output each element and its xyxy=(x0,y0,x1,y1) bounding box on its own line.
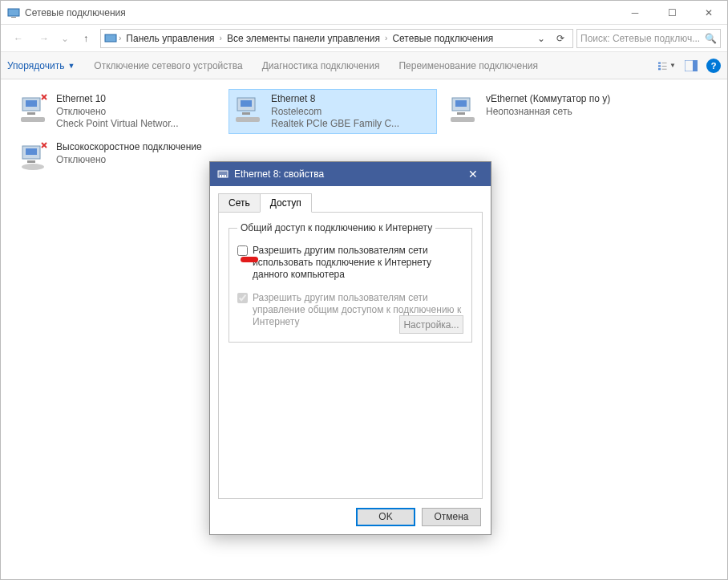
network-adapter-icon xyxy=(233,93,265,125)
diagnose-button[interactable]: Диагностика подключения xyxy=(262,60,380,71)
svg-rect-3 xyxy=(658,62,661,63)
svg-rect-34 xyxy=(224,175,226,177)
organize-menu[interactable]: Упорядочить▼ xyxy=(7,60,75,71)
rename-button[interactable]: Переименование подключения xyxy=(398,60,538,71)
svg-rect-1 xyxy=(11,17,16,18)
svg-rect-19 xyxy=(242,112,250,115)
allow-sharing-checkbox[interactable] xyxy=(237,245,248,256)
ethernet-icon xyxy=(216,168,229,180)
view-options-icon[interactable]: ▼ xyxy=(658,57,676,75)
dialog-title: Ethernet 8: свойства xyxy=(234,168,462,180)
network-adapter-icon xyxy=(18,141,50,173)
connection-device: Realtek PCIe GBE Family C... xyxy=(271,118,399,131)
connection-name: Высокоскоростное подключение xyxy=(56,141,202,154)
connection-item[interactable]: Высокоскоростное подключение Отключено xyxy=(14,137,222,182)
nav-back-icon[interactable]: ← xyxy=(7,27,30,50)
tab-panel-sharing: Общий доступ к подключению к Интернету Р… xyxy=(218,212,483,499)
search-placeholder: Поиск: Сетевые подключ... xyxy=(580,33,705,44)
svg-rect-20 xyxy=(236,117,260,122)
ics-group-title: Общий доступ к подключению к Интернету xyxy=(237,222,435,233)
chevron-right-icon[interactable]: › xyxy=(220,34,222,43)
chevron-right-icon[interactable]: › xyxy=(385,34,387,43)
connection-name: Ethernet 10 xyxy=(56,93,179,106)
svg-rect-32 xyxy=(220,175,221,177)
minimize-button[interactable]: ─ xyxy=(617,1,653,25)
connection-status: Отключено xyxy=(56,106,179,119)
svg-rect-0 xyxy=(8,9,19,16)
help-icon[interactable]: ? xyxy=(706,59,721,73)
connection-item[interactable]: Ethernet 10 Отключено Check Point Virtua… xyxy=(14,89,222,134)
nav-forward-icon: → xyxy=(33,27,55,50)
connection-status: Отключено xyxy=(56,154,202,167)
allow-sharing-checkbox-row: Разрешить другим пользователям сети испо… xyxy=(237,245,463,281)
network-adapter-icon xyxy=(447,93,479,125)
chevron-down-icon: ▼ xyxy=(669,62,676,69)
svg-rect-22 xyxy=(455,100,467,107)
navbar: ← → ⌄ ↑ › Панель управления › Все элемен… xyxy=(1,25,727,52)
nav-up-icon[interactable]: ↑ xyxy=(75,27,97,50)
breadcrumb-item[interactable]: Сетевые подключения xyxy=(389,31,496,46)
tab-strip: Сеть Доступ xyxy=(218,193,483,213)
connection-name: Ethernet 8 xyxy=(271,93,399,106)
connection-device: Check Point Virtual Networ... xyxy=(56,118,179,131)
dialog-close-button[interactable]: ✕ xyxy=(462,163,484,185)
toolbar: Упорядочить▼ Отключение сетевого устройс… xyxy=(1,52,727,79)
network-adapter-icon xyxy=(18,93,50,125)
connection-item[interactable]: vEthernet (Коммутатор по у) Неопознанная… xyxy=(443,89,652,134)
maximize-button[interactable]: ☐ xyxy=(653,1,690,25)
chevron-down-icon: ▼ xyxy=(67,62,75,70)
titlebar: Сетевые подключения ─ ☐ ✕ xyxy=(1,1,727,25)
breadcrumb-item[interactable]: Все элементы панели управления xyxy=(224,31,383,46)
cancel-button[interactable]: Отмена xyxy=(422,508,481,526)
search-input[interactable]: Поиск: Сетевые подключ... 🔍 xyxy=(576,29,721,48)
allow-control-checkbox xyxy=(237,293,248,303)
dialog-footer: OK Отмена xyxy=(210,499,491,534)
chevron-right-icon[interactable]: › xyxy=(119,34,121,43)
breadcrumb-item[interactable]: Панель управления xyxy=(123,31,217,46)
connection-name: vEthernet (Коммутатор по у) xyxy=(486,93,610,106)
close-button[interactable]: ✕ xyxy=(690,1,727,25)
svg-rect-10 xyxy=(693,60,698,71)
svg-rect-4 xyxy=(658,65,661,67)
svg-rect-8 xyxy=(662,68,667,69)
tab-network[interactable]: Сеть xyxy=(218,193,261,213)
svg-rect-13 xyxy=(27,112,35,115)
svg-rect-18 xyxy=(241,100,252,107)
svg-rect-33 xyxy=(222,175,224,177)
disable-device-button[interactable]: Отключение сетевого устройства xyxy=(94,60,242,71)
dropdown-icon[interactable]: ⌄ xyxy=(532,30,550,47)
svg-rect-27 xyxy=(27,160,35,163)
location-icon xyxy=(104,32,117,45)
tab-sharing[interactable]: Доступ xyxy=(260,193,312,213)
ics-group: Общий доступ к подключению к Интернету Р… xyxy=(229,222,472,343)
svg-rect-26 xyxy=(26,148,37,155)
settings-button: Настройка... xyxy=(399,315,463,334)
address-bar[interactable]: › Панель управления › Все элементы панел… xyxy=(100,29,573,48)
svg-rect-14 xyxy=(21,117,45,122)
connection-item[interactable]: Ethernet 8 Rostelecom Realtek PCIe GBE F… xyxy=(229,89,437,134)
svg-rect-12 xyxy=(26,100,37,107)
properties-dialog: Ethernet 8: свойства ✕ Сеть Доступ Общий… xyxy=(209,161,491,535)
svg-rect-23 xyxy=(457,112,465,115)
window-title: Сетевые подключения xyxy=(25,7,617,18)
svg-rect-24 xyxy=(451,117,475,122)
app-icon xyxy=(7,6,20,19)
svg-rect-5 xyxy=(658,68,661,70)
refresh-icon[interactable]: ⟳ xyxy=(552,30,569,47)
svg-point-28 xyxy=(22,164,44,170)
dialog-titlebar[interactable]: Ethernet 8: свойства ✕ xyxy=(210,162,491,186)
annotation-highlight xyxy=(241,257,258,262)
search-icon: 🔍 xyxy=(705,33,717,44)
connection-status: Неопознанная сеть xyxy=(486,106,610,119)
ok-button[interactable]: OK xyxy=(356,508,415,526)
svg-rect-2 xyxy=(105,34,116,42)
svg-rect-7 xyxy=(662,66,667,67)
allow-sharing-label: Разрешить другим пользователям сети испо… xyxy=(253,245,463,281)
connection-status: Rostelecom xyxy=(271,106,399,119)
preview-pane-icon[interactable] xyxy=(682,57,700,75)
svg-rect-6 xyxy=(662,63,667,63)
nav-recent-icon[interactable]: ⌄ xyxy=(59,27,71,50)
